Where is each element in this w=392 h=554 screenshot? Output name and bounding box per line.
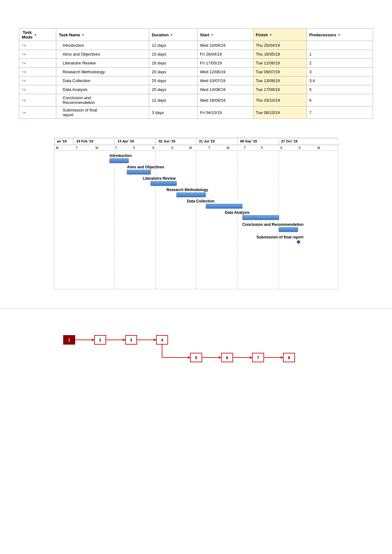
task-mode-cell-1: ↪ [19, 41, 56, 50]
table-row: ↪Conclusion andRecommendetion12 daysWed … [19, 94, 373, 106]
task-mode-cell-7: ↪ [19, 94, 56, 106]
dep-arrowhead-7-8 [281, 356, 283, 359]
table-row: ↪Introduction12 daysWed 10/04/19Thu 25/0… [19, 41, 373, 50]
col-label-finish: Finish [256, 33, 268, 37]
chart-bar-lit [151, 181, 177, 186]
task-mode-cell-6: ↪ [19, 85, 56, 94]
sort-arrow-task-mode: ▼ [34, 33, 37, 37]
duration-cell-7: 12 days [149, 94, 197, 106]
col-label-duration: Duration [152, 33, 168, 37]
dep-node-6-label: 6 [226, 356, 228, 360]
task-name-cell-3: Literatutre Review [56, 59, 149, 68]
task-name-cell-7: Conclusion andRecommendetion [56, 94, 149, 106]
col-header-predecessors[interactable]: Predecessors ▼ [306, 29, 373, 41]
svg-text:02 Jun '19: 02 Jun '19 [159, 139, 175, 143]
sort-arrow-start: ▼ [211, 33, 214, 37]
chart-bar-aims [127, 170, 151, 174]
finish-cell-2: Thu 16/05/19 [253, 50, 306, 59]
svg-text:W: W [226, 146, 230, 150]
finish-cell-1: Thu 25/04/19 [253, 41, 306, 50]
col-header-finish[interactable]: Finish ▼ [253, 29, 306, 41]
svg-text:21 Jul '19: 21 Jul '19 [199, 139, 214, 143]
task-name-cell-8: Submission of finalreport [56, 106, 149, 119]
col-header-task-mode[interactable]: TaskMode ▼ [19, 29, 56, 41]
task-name-cell-2: Aims and Objectives [56, 50, 149, 59]
dep-arrowhead-5-6 [219, 356, 221, 359]
gantt-chart-svg: an '19 24 Feb '19 14 Apr '19 02 Jun '19 … [54, 138, 338, 289]
duration-cell-3: 18 days [149, 59, 197, 68]
task-mode-cell-4: ↪ [19, 68, 56, 76]
predecessors-cell-1 [306, 41, 373, 50]
task-mode-icon-1: ↪ [22, 42, 26, 48]
duration-cell-2: 15 days [149, 50, 197, 59]
predecessors-cell-8: 7 [306, 106, 373, 119]
predecessors-cell-3: 2 [306, 59, 373, 68]
start-cell-8: Fri 04/10/19 [197, 106, 253, 119]
chart-bar-datacol [206, 204, 242, 208]
dep-node-1-label: 1 [68, 338, 70, 342]
gantt-table: TaskMode ▼ Task Name ▼ Duration ▼ [19, 28, 373, 119]
dep-node-4-label: 4 [161, 338, 163, 342]
svg-text:S: S [299, 146, 301, 150]
sort-arrow-task-name: ▼ [81, 33, 85, 37]
col-label-task-mode: TaskMode [22, 30, 33, 39]
chart-bar-introduction [110, 159, 129, 163]
col-header-start[interactable]: Start ▼ [197, 29, 253, 41]
dep-arrowhead-2-3 [123, 339, 125, 341]
svg-text:S: S [171, 146, 173, 150]
dep-node-5-label: 5 [195, 356, 197, 360]
col-label-predecessors: Predecessors [309, 33, 336, 37]
col-header-duration[interactable]: Duration ▼ [149, 29, 197, 41]
svg-text:S: S [280, 146, 282, 150]
finish-cell-3: Tue 11/06/19 [253, 59, 306, 68]
dependency-section: 1 2 3 4 5 [0, 308, 392, 391]
chart-label-lit: Literatutre Review [143, 176, 176, 181]
chart-diamond-submit [297, 240, 300, 244]
start-cell-3: Fri 17/05/19 [197, 59, 253, 68]
chart-bar-research [177, 193, 206, 197]
svg-text:T: T [115, 146, 117, 150]
dep-node-3-label: 3 [130, 338, 132, 342]
start-cell-6: Wed 14/08/19 [197, 85, 253, 94]
svg-text:T: T [76, 146, 78, 150]
predecessors-cell-7: 6 [306, 94, 373, 106]
chart-label-introduction: Introduction [110, 154, 132, 158]
task-mode-icon-7: ↪ [22, 97, 26, 103]
svg-text:M: M [189, 146, 192, 150]
task-mode-icon-8: ↪ [22, 110, 26, 116]
task-mode-icon-6: ↪ [22, 87, 26, 93]
duration-cell-6: 25 days [149, 85, 197, 94]
task-mode-cell-3: ↪ [19, 59, 56, 68]
chart-label-conc: Conclusion and Recommendetion [242, 222, 304, 227]
task-name-cell-6: Data Analysis [56, 85, 149, 94]
svg-text:W: W [95, 146, 99, 150]
predecessors-cell-6: 5 [306, 85, 373, 94]
duration-cell-4: 20 days [149, 68, 197, 76]
duration-cell-1: 12 days [149, 41, 197, 50]
finish-cell-8: Tue 08/10/19 [253, 106, 306, 119]
chart-label-aims: Aims and Objectives [127, 165, 164, 169]
table-row: ↪Data Analysis25 daysWed 14/08/19Tue 17/… [19, 85, 373, 94]
sort-arrow-predecessors: ▼ [337, 33, 341, 37]
table-row: ↪Literatutre Review18 daysFri 17/05/19Tu… [19, 59, 373, 68]
dep-arrowhead-1-2 [92, 339, 94, 341]
dependency-diagram-svg: 1 2 3 4 5 [54, 321, 338, 378]
svg-text:F: F [261, 146, 263, 150]
svg-text:27 Oct '19: 27 Oct '19 [281, 139, 298, 143]
finish-cell-6: Tue 17/09/19 [253, 85, 306, 94]
task-name-cell-4: Research Methodology [56, 68, 149, 76]
col-label-task-name: Task Name [59, 33, 80, 37]
gantt-chart-section: an '19 24 Feb '19 14 Apr '19 02 Jun '19 … [0, 131, 392, 302]
dep-node-7-label: 7 [257, 356, 259, 360]
col-header-task-name[interactable]: Task Name ▼ [56, 29, 149, 41]
dep-node-8-label: 8 [288, 356, 290, 360]
task-mode-icon-2: ↪ [22, 51, 26, 57]
svg-text:08 Sep '19: 08 Sep '19 [240, 139, 257, 143]
duration-cell-8: 3 days [149, 106, 197, 119]
task-mode-icon-3: ↪ [22, 60, 26, 66]
task-name-cell-5: Data Collection [56, 76, 149, 85]
start-cell-1: Wed 10/04/19 [197, 41, 253, 50]
table-section: TaskMode ▼ Task Name ▼ Duration ▼ [0, 0, 392, 131]
table-row: ↪Data Collection25 daysWed 10/07/19Tue 1… [19, 76, 373, 85]
dep-node-2-label: 2 [99, 338, 101, 342]
